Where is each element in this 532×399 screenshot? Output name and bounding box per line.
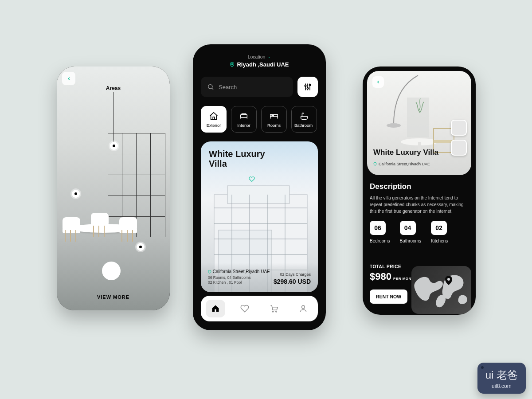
filter-button[interactable]	[297, 77, 318, 97]
svg-rect-23	[215, 309, 216, 312]
home-screen: Location Riyadh ,Saudi UAE Search Exteri…	[193, 44, 326, 330]
watermark: ui 老爸 uil8.com	[477, 363, 526, 394]
property-card[interactable]: White Luxury Villa California Street,Riy…	[201, 141, 318, 292]
category-tabs: Exterior Interior Rooms Bathroom	[193, 102, 326, 136]
svg-point-24	[272, 311, 274, 312]
nav-cart[interactable]	[264, 300, 284, 317]
svg-point-25	[276, 311, 277, 312]
pin-icon	[208, 270, 211, 274]
detail-screen: White Luxury Villa California Street,Riy…	[363, 66, 476, 315]
search-placeholder: Search	[219, 84, 237, 90]
tab-rooms[interactable]: Rooms	[261, 106, 287, 133]
tab-interior[interactable]: Interior	[231, 106, 257, 133]
count-bathrooms: 04Bathrooms	[400, 221, 421, 243]
pin-icon	[230, 62, 235, 67]
heart-icon	[240, 304, 249, 313]
hotspot[interactable]	[137, 243, 145, 251]
rent-button[interactable]: RENT NOW	[370, 289, 407, 304]
map-thumbnail[interactable]	[411, 266, 471, 314]
gallery-thumb[interactable]	[451, 120, 467, 136]
nav-favorites[interactable]	[235, 300, 254, 317]
svg-point-1	[208, 85, 212, 89]
svg-point-8	[309, 84, 310, 86]
sofa-icon	[239, 111, 249, 121]
nav-home[interactable]	[206, 300, 225, 317]
back-button[interactable]	[372, 76, 384, 88]
card-meta: 06 Rooms, 04 Bathrooms 02 Kitchen , 01 P…	[208, 275, 270, 285]
charges-label: 02 Days Charges	[274, 272, 311, 277]
chevron-left-icon	[66, 76, 71, 81]
card-price: $298.60 USD	[274, 278, 311, 285]
count-bedrooms: 06Bedrooms	[370, 221, 390, 243]
hotspot-active[interactable]	[102, 262, 121, 280]
user-icon	[299, 304, 308, 313]
card-address: California Street,Riyadh UAE	[208, 269, 270, 274]
pin-icon	[373, 162, 377, 166]
location-value[interactable]: Riyadh ,Saudi UAE	[201, 61, 318, 68]
count-kitchens: 02Kitchens	[431, 221, 448, 243]
svg-point-26	[302, 305, 305, 309]
home-icon	[211, 304, 220, 313]
location-label: Location	[201, 54, 318, 59]
tab-exterior[interactable]: Exterior	[201, 106, 227, 133]
svg-rect-9	[213, 117, 215, 119]
chair	[89, 213, 111, 237]
counts-row: 06Bedrooms 04Bathrooms 02Kitchens	[363, 215, 476, 243]
areas-heading: Areas	[106, 85, 121, 91]
svg-point-4	[305, 85, 306, 86]
svg-rect-10	[241, 114, 247, 117]
lamp-wire	[113, 92, 113, 143]
search-icon	[207, 83, 214, 90]
heart-icon[interactable]	[249, 176, 255, 182]
world-map-icon	[411, 266, 471, 314]
description-text: All the villa generators on the Internet…	[370, 195, 469, 215]
chair	[60, 217, 82, 242]
detail-title: White Luxury Villa	[373, 149, 438, 156]
hero-photo: White Luxury Villa California Street,Riy…	[367, 71, 471, 175]
description-heading: Description	[370, 182, 469, 191]
view-more-button[interactable]: VIEW MORE	[97, 294, 129, 300]
svg-line-2	[212, 88, 213, 90]
hotspot[interactable]	[110, 142, 118, 150]
bath-icon	[299, 111, 309, 121]
hotspot[interactable]	[72, 190, 80, 198]
nav-profile[interactable]	[293, 300, 313, 317]
svg-point-33	[447, 278, 450, 281]
sliders-icon	[303, 82, 312, 91]
bottom-nav	[201, 296, 318, 321]
chevron-down-icon	[267, 55, 271, 59]
svg-point-0	[232, 63, 233, 65]
cart-icon	[270, 304, 278, 313]
svg-rect-28	[407, 98, 429, 137]
bed-icon	[269, 111, 279, 121]
chair	[117, 217, 139, 242]
tab-bathroom[interactable]: Bathroom	[291, 106, 317, 133]
search-input[interactable]: Search	[201, 77, 293, 97]
svg-point-27	[387, 123, 401, 128]
back-button[interactable]	[62, 72, 75, 85]
chevron-left-icon	[376, 80, 380, 84]
house-icon	[209, 111, 219, 121]
areas-screen: Areas VIEW MORE	[57, 66, 170, 310]
detail-address: California Street,Riyadh UAE	[373, 162, 430, 166]
svg-point-6	[307, 88, 308, 89]
card-title: White Luxury Villa	[209, 149, 266, 168]
gallery-thumb[interactable]	[451, 140, 467, 156]
svg-rect-13	[227, 186, 289, 203]
